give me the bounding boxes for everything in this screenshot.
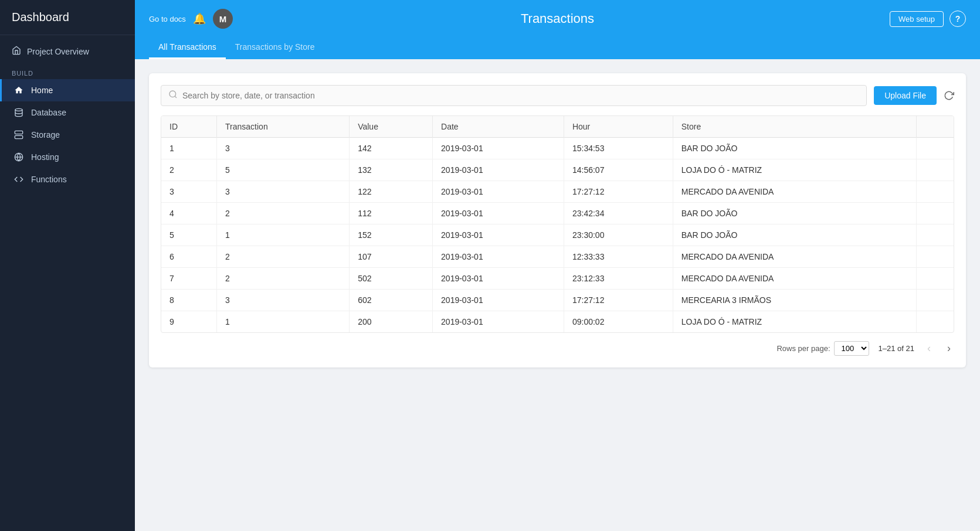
cell-hour: 23:42:34 xyxy=(564,203,673,224)
cell-date: 2019-03-01 xyxy=(433,138,564,159)
cell-hour: 23:12:33 xyxy=(564,268,673,290)
cell-store: BAR DO JOÃO xyxy=(673,224,916,246)
col-id: ID xyxy=(161,116,217,138)
table-row: 2 5 132 2019-03-01 14:56:07 LOJA DO Ó - … xyxy=(161,159,954,181)
sidebar-item-label: Project Overview xyxy=(27,47,89,56)
sidebar-item-label: Home xyxy=(31,86,53,95)
user-avatar[interactable]: M xyxy=(213,9,233,29)
col-date: Date xyxy=(433,116,564,138)
web-setup-button[interactable]: Web setup xyxy=(890,11,944,27)
content-area: Upload File ID Transaction Value Date Ho… xyxy=(135,59,980,531)
cell-id: 2 xyxy=(161,159,217,181)
upload-file-button[interactable]: Upload File xyxy=(874,86,937,105)
cell-value: 200 xyxy=(350,311,433,333)
refresh-button[interactable] xyxy=(944,90,954,101)
cell-extra xyxy=(917,290,954,311)
cell-store: MERCADO DA AVENIDA xyxy=(673,181,916,203)
tab-all-transactions[interactable]: All Transactions xyxy=(149,38,226,59)
cell-id: 9 xyxy=(161,311,217,333)
cell-hour: 23:30:00 xyxy=(564,224,673,246)
search-bar: Upload File xyxy=(161,85,954,106)
cell-hour: 17:27:12 xyxy=(564,290,673,311)
cell-id: 6 xyxy=(161,246,217,268)
bell-icon[interactable]: 🔔 xyxy=(193,12,206,25)
storage-icon xyxy=(13,130,24,140)
transactions-table-wrapper: ID Transaction Value Date Hour Store 1 3… xyxy=(161,115,954,333)
table-row: 7 2 502 2019-03-01 23:12:33 MERCADO DA A… xyxy=(161,268,954,290)
sidebar-item-database[interactable]: Database xyxy=(0,101,135,124)
table-row: 1 3 142 2019-03-01 15:34:53 BAR DO JOÃO xyxy=(161,138,954,159)
col-transaction: Transaction xyxy=(217,116,350,138)
cell-id: 3 xyxy=(161,181,217,203)
cell-store: MERCEARIA 3 IRMÃOS xyxy=(673,290,916,311)
table-row: 5 1 152 2019-03-01 23:30:00 BAR DO JOÃO xyxy=(161,224,954,246)
cell-id: 4 xyxy=(161,203,217,224)
cell-transaction: 2 xyxy=(217,246,350,268)
rows-per-page-label: Rows per page: xyxy=(776,344,830,353)
sidebar-item-label: Storage xyxy=(31,130,60,139)
sidebar-item-home[interactable]: Home xyxy=(0,79,135,101)
cell-store: LOJA DO Ó - MATRIZ xyxy=(673,159,916,181)
cell-transaction: 2 xyxy=(217,203,350,224)
cell-store: BAR DO JOÃO xyxy=(673,138,916,159)
sidebar: Dashboard Project Overview Build Home Da… xyxy=(0,0,135,531)
cell-extra xyxy=(917,268,954,290)
transactions-table: ID Transaction Value Date Hour Store 1 3… xyxy=(161,116,954,332)
home-icon xyxy=(13,85,24,96)
page-title: Transactions xyxy=(266,11,849,26)
pagination-prev-button[interactable]: ‹ xyxy=(924,341,934,356)
cell-date: 2019-03-01 xyxy=(433,290,564,311)
topbar-docs-link[interactable]: Go to docs xyxy=(149,15,186,23)
cell-date: 2019-03-01 xyxy=(433,224,564,246)
cell-extra xyxy=(917,246,954,268)
cell-transaction: 3 xyxy=(217,138,350,159)
col-hour: Hour xyxy=(564,116,673,138)
pagination: Rows per page: 10 25 50 100 1–21 of 21 ‹… xyxy=(161,341,954,356)
pagination-range: 1–21 of 21 xyxy=(879,344,914,353)
help-button[interactable]: ? xyxy=(950,11,966,27)
sidebar-item-label: Functions xyxy=(31,175,67,184)
sidebar-item-hosting[interactable]: Hosting xyxy=(0,146,135,168)
cell-transaction: 1 xyxy=(217,224,350,246)
svg-point-7 xyxy=(169,91,176,97)
cell-hour: 17:27:12 xyxy=(564,181,673,203)
cell-hour: 15:34:53 xyxy=(564,138,673,159)
cell-date: 2019-03-01 xyxy=(433,159,564,181)
col-value: Value xyxy=(350,116,433,138)
sidebar-item-label: Database xyxy=(31,108,66,117)
cell-extra xyxy=(917,159,954,181)
search-input[interactable] xyxy=(182,91,859,100)
cell-extra xyxy=(917,224,954,246)
database-icon xyxy=(13,107,24,118)
cell-date: 2019-03-01 xyxy=(433,268,564,290)
svg-rect-1 xyxy=(15,131,22,134)
cell-store: MERCADO DA AVENIDA xyxy=(673,246,916,268)
pagination-next-button[interactable]: › xyxy=(944,341,954,356)
cell-transaction: 1 xyxy=(217,311,350,333)
col-extra xyxy=(917,116,954,138)
table-header-row: ID Transaction Value Date Hour Store xyxy=(161,116,954,138)
cell-value: 107 xyxy=(350,246,433,268)
cell-hour: 12:33:33 xyxy=(564,246,673,268)
search-icon xyxy=(168,90,178,101)
app-title: Dashboard xyxy=(0,0,135,35)
cell-transaction: 5 xyxy=(217,159,350,181)
cell-extra xyxy=(917,311,954,333)
svg-rect-2 xyxy=(15,135,22,138)
table-row: 4 2 112 2019-03-01 23:42:34 BAR DO JOÃO xyxy=(161,203,954,224)
svg-point-0 xyxy=(15,108,22,111)
sidebar-item-functions[interactable]: Functions xyxy=(0,168,135,190)
tabs-bar: All Transactions Transactions by Store xyxy=(135,38,980,59)
cell-date: 2019-03-01 xyxy=(433,181,564,203)
search-input-wrapper xyxy=(161,85,867,106)
tab-transactions-by-store[interactable]: Transactions by Store xyxy=(226,38,324,59)
rows-per-page-select[interactable]: 10 25 50 100 xyxy=(834,341,869,356)
build-section-label: Build xyxy=(0,63,135,79)
cell-value: 122 xyxy=(350,181,433,203)
cell-transaction: 2 xyxy=(217,268,350,290)
sidebar-item-project-overview[interactable]: Project Overview xyxy=(0,40,135,63)
cell-id: 8 xyxy=(161,290,217,311)
cell-extra xyxy=(917,181,954,203)
cell-hour: 09:00:02 xyxy=(564,311,673,333)
sidebar-item-storage[interactable]: Storage xyxy=(0,124,135,146)
